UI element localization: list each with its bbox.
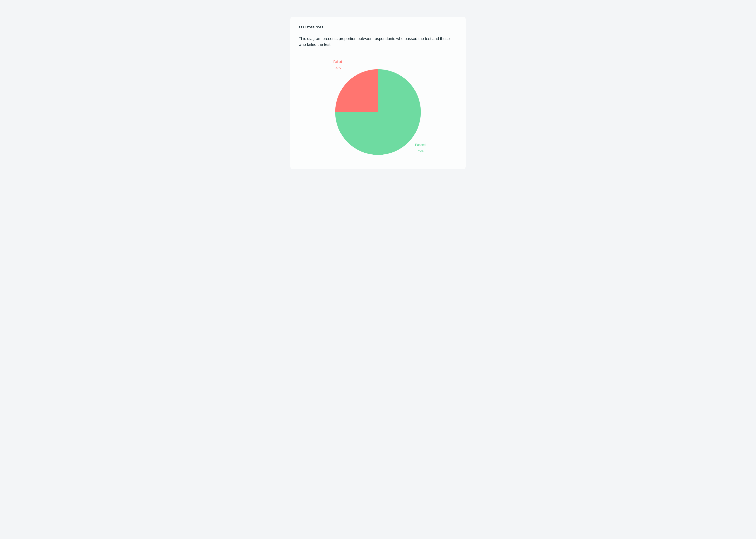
card-title: TEST PASS RATE	[299, 25, 457, 28]
pie-label-failed-percent: 25%	[334, 66, 341, 70]
pie-slice-failed	[335, 69, 378, 112]
pie-label-passed-percent: 75%	[417, 149, 424, 153]
pie-chart-container: Failed 25% Passed 75%	[299, 57, 457, 159]
pie-label-passed-name: Passed	[415, 143, 426, 146]
chart-card: TEST PASS RATE This diagram presents pro…	[290, 17, 466, 169]
pie-label-failed-name: Failed	[333, 60, 342, 63]
pie-chart: Failed 25% Passed 75%	[307, 57, 449, 159]
card-description: This diagram presents proportion between…	[299, 36, 456, 47]
